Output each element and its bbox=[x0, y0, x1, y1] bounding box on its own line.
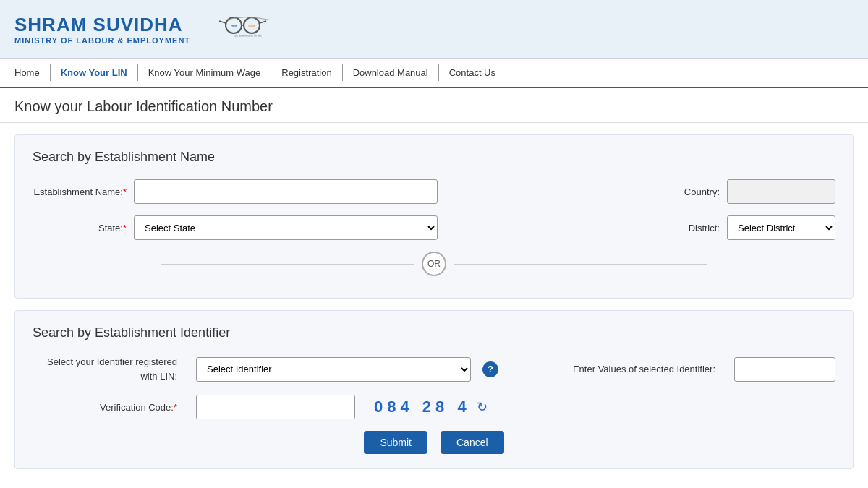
swachh-bharat-emblem: भारत INDIA एक कदम स्वच्छता की ओर bbox=[212, 7, 284, 51]
identifier-label: Select your Identifier registered with L… bbox=[33, 355, 177, 383]
nav-contact-us[interactable]: Contact Us bbox=[439, 64, 506, 81]
refresh-captcha-icon[interactable]: ↻ bbox=[477, 399, 488, 415]
logo-sub-text: MINISTRY OF LABOUR & EMPLOYMENT bbox=[14, 36, 190, 45]
page-title: Know your Labour Identification Number bbox=[0, 88, 868, 123]
main-nav: Home Know Your LIN Know Your Minimum Wag… bbox=[0, 59, 868, 88]
nav-minimum-wage[interactable]: Know Your Minimum Wage bbox=[138, 64, 272, 81]
state-label: State:* bbox=[33, 223, 127, 234]
verification-code-input[interactable] bbox=[196, 395, 355, 419]
svg-text:एक कदम स्वच्छता की ओर: एक कदम स्वच्छता की ओर bbox=[234, 34, 262, 38]
establishment-name-input[interactable] bbox=[134, 179, 438, 204]
row-identifier: Select your Identifier registered with L… bbox=[33, 355, 835, 383]
svg-text:INDIA: INDIA bbox=[248, 25, 255, 27]
identifier-value-label: Enter Values of selected Identifier: bbox=[573, 364, 715, 374]
nav-home[interactable]: Home bbox=[14, 64, 51, 81]
identifier-select[interactable]: Select Identifier bbox=[196, 357, 471, 382]
captcha-text: 084 28 4 bbox=[374, 398, 471, 416]
or-circle: OR bbox=[422, 252, 446, 276]
district-group: District: Select District bbox=[626, 215, 835, 240]
nav-registration[interactable]: Registration bbox=[271, 64, 342, 81]
or-line-right bbox=[454, 264, 707, 265]
cancel-button[interactable]: Cancel bbox=[441, 431, 504, 454]
district-label: District: bbox=[626, 223, 720, 234]
svg-line-4 bbox=[260, 21, 266, 23]
submit-button[interactable]: Submit bbox=[364, 431, 427, 454]
establishment-name-label: Establishment Name:* bbox=[33, 187, 127, 197]
establishment-name-section: Search by Establishment Name Establishme… bbox=[14, 134, 854, 299]
state-group: State:* Select State bbox=[33, 215, 438, 240]
row-verification: Verification Code:* 084 28 4 ↻ bbox=[33, 395, 835, 419]
country-input: India bbox=[727, 179, 835, 204]
help-icon[interactable]: ? bbox=[482, 361, 498, 377]
country-label: Country: bbox=[626, 187, 720, 197]
logo-main-text: SHRAM SUVIDHA bbox=[14, 14, 190, 36]
district-select[interactable]: Select District bbox=[727, 215, 835, 240]
establishment-name-group: Establishment Name:* bbox=[33, 179, 438, 204]
or-line-left bbox=[161, 264, 414, 265]
row-state-district: State:* Select State District: Select Di… bbox=[33, 215, 835, 240]
nav-know-your-lin[interactable]: Know Your LIN bbox=[51, 64, 138, 81]
section2-title: Search by Establishment Identifier bbox=[33, 325, 835, 341]
section1-title: Search by Establishment Name bbox=[33, 150, 835, 165]
establishment-identifier-section: Search by Establishment Identifier Selec… bbox=[14, 310, 854, 469]
logo-block: SHRAM SUVIDHA MINISTRY OF LABOUR & EMPLO… bbox=[14, 14, 190, 45]
form-buttons: Submit Cancel bbox=[33, 431, 835, 454]
or-divider: OR bbox=[33, 252, 835, 276]
row-establishment-country: Establishment Name:* Country: India bbox=[33, 179, 835, 204]
nav-download-manual[interactable]: Download Manual bbox=[343, 64, 439, 81]
svg-line-3 bbox=[219, 21, 226, 23]
state-select[interactable]: Select State bbox=[134, 215, 438, 240]
identifier-value-input[interactable] bbox=[734, 357, 835, 382]
verification-code-label: Verification Code:* bbox=[33, 402, 177, 413]
site-header: SHRAM SUVIDHA MINISTRY OF LABOUR & EMPLO… bbox=[0, 0, 868, 59]
captcha-display: 084 28 4 ↻ bbox=[367, 398, 835, 416]
country-group: Country: India bbox=[626, 179, 835, 204]
main-content: Search by Establishment Name Establishme… bbox=[0, 123, 868, 488]
svg-text:भारत: भारत bbox=[231, 24, 237, 27]
